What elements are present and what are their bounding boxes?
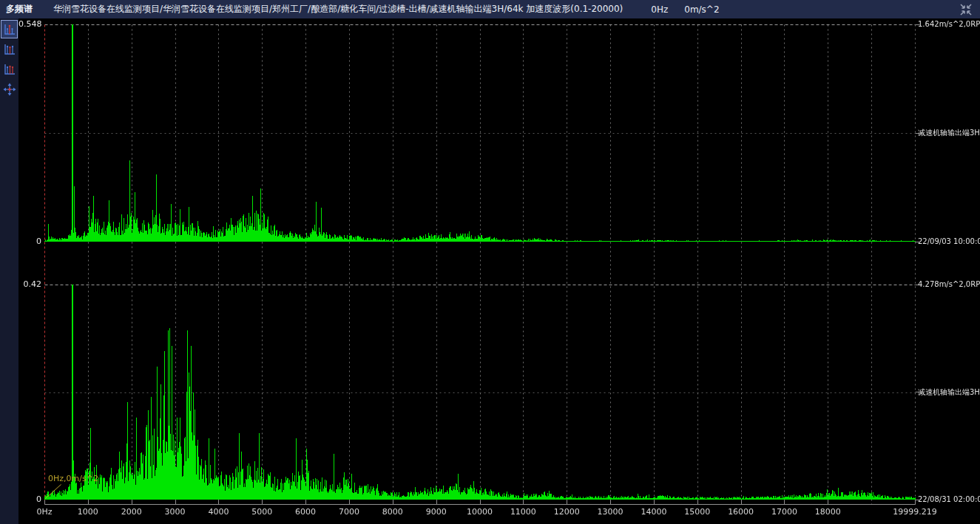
titlebar: 多频谱 华润雪花设备在线监测项目/华润雪花设备在线监测项目/郑州工厂/酿造部/糖… (0, 0, 980, 18)
chart-area: 0.548 0 0.42 0 1.642m/s^2,0RPM 减速机轴输出端3H… (18, 18, 980, 524)
cursor-frequency-readout: 0Hz (651, 4, 668, 15)
chart2-amplitude-rpm-label: 4.278m/s^2,0RPM (918, 280, 980, 289)
cursor-annotation: 0Hz,0m/s^2 (48, 474, 98, 483)
spectrum-canvas[interactable] (18, 18, 980, 524)
pan-move-icon[interactable] (1, 80, 18, 98)
collapse-arrows-icon[interactable] (959, 3, 973, 16)
chart2-ymin-label: 0 (18, 494, 41, 504)
app-mode-label: 多频谱 (6, 3, 33, 16)
chart2-ymax-label: 0.42 (18, 279, 41, 289)
spectrum-chart-icon-2[interactable] (1, 40, 18, 58)
chart1-amplitude-rpm-label: 1.642m/s^2,0RPM (918, 20, 980, 29)
toolbar-sidebar (0, 18, 18, 524)
chart1-sensor-label: 减速机轴输出端3H (918, 129, 980, 137)
spectrum-chart-icon-3[interactable] (1, 60, 18, 78)
spectrum-chart-icon[interactable] (1, 20, 18, 38)
chart1-ymax-label: 0.548 (18, 19, 41, 29)
x-tick-label: 18000 (800, 507, 856, 517)
chart1-ymin-label: 0 (18, 237, 41, 246)
cursor-amplitude-readout: 0m/s^2 (684, 4, 719, 15)
chart1-timestamp-label: 22/09/03 10:00:0 (918, 237, 980, 246)
x-tick-label: 19999.219 (887, 507, 943, 517)
chart2-timestamp-label: 22/08/31 02:00:0 (918, 495, 980, 504)
measurement-path: 华润雪花设备在线监测项目/华润雪花设备在线监测项目/郑州工厂/酿造部/糖化车间/… (53, 3, 623, 16)
chart2-sensor-label: 减速机轴输出端3H (918, 388, 980, 397)
